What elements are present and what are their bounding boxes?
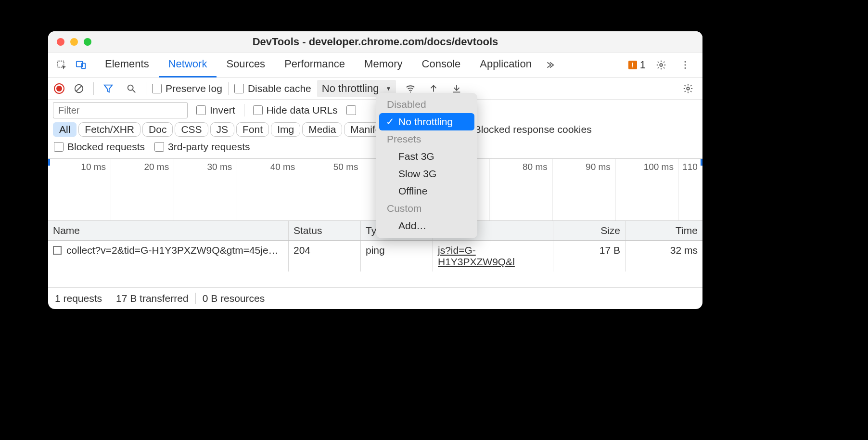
hidden-checkbox-partial[interactable] <box>346 105 356 115</box>
overview-timeline[interactable]: 10 ms 20 ms 30 ms 40 ms 50 ms 80 ms 90 m… <box>48 158 702 221</box>
third-party-checkbox[interactable]: 3rd-party requests <box>154 141 250 153</box>
timeline-tick: 100 ms <box>615 159 678 220</box>
disable-cache-label: Disable cache <box>248 83 311 94</box>
titlebar: DevTools - developer.chrome.com/docs/dev… <box>48 31 702 52</box>
divider <box>195 293 196 304</box>
th-time[interactable]: Time <box>625 221 702 240</box>
cell-time: 32 ms <box>625 241 702 272</box>
zoom-window-button[interactable] <box>84 38 91 46</box>
divider <box>93 82 94 95</box>
preserve-log-label: Preserve log <box>166 83 222 94</box>
cell-initiator: js?id=G-H1Y3PXZW9Q&l <box>433 241 553 272</box>
svg-point-9 <box>410 91 411 92</box>
hide-data-urls-checkbox[interactable]: Hide data URLs <box>253 104 338 116</box>
kebab-menu-icon[interactable] <box>677 56 694 74</box>
blocked-requests-label: Blocked requests <box>67 141 145 153</box>
type-pill-fetch-xhr[interactable]: Fetch/XHR <box>78 122 140 137</box>
dropdown-item-offline[interactable]: Offline <box>376 182 477 200</box>
svg-point-3 <box>660 64 663 66</box>
svg-point-8 <box>128 85 133 90</box>
tab-elements[interactable]: Elements <box>95 52 159 78</box>
tabbar-right: ! 1 <box>628 56 698 74</box>
issues-count: 1 <box>640 59 646 71</box>
issues-icon: ! <box>628 61 637 69</box>
tab-application[interactable]: Application <box>470 52 541 78</box>
panel-tabs: Elements Network Sources Performance Mem… <box>95 52 626 78</box>
invert-checkbox[interactable]: Invert <box>196 104 235 116</box>
close-window-button[interactable] <box>57 38 64 46</box>
status-requests: 1 requests <box>55 293 102 304</box>
filter-icon[interactable] <box>100 80 117 97</box>
devtools-window: DevTools - developer.chrome.com/docs/dev… <box>48 31 702 309</box>
cell-status: 204 <box>289 241 361 272</box>
record-button[interactable]: .rec-icon::after{border-radius:50%} <box>54 83 64 94</box>
preserve-log-checkbox[interactable]: Preserve log <box>152 83 222 94</box>
throttling-selected-label: No throttling <box>322 82 379 95</box>
filter-row-3: Blocked requests 3rd-party requests <box>48 140 702 158</box>
invert-label: Invert <box>210 104 235 116</box>
svg-point-5 <box>685 64 686 65</box>
dropdown-item-fast-3g[interactable]: Fast 3G <box>376 148 477 165</box>
network-settings-icon[interactable] <box>679 80 697 97</box>
disable-cache-checkbox[interactable]: Disable cache <box>234 83 311 94</box>
timeline-tick: 30 ms <box>174 159 237 220</box>
th-status[interactable]: Status <box>289 221 361 240</box>
status-resources: 0 B resources <box>203 293 265 304</box>
th-size[interactable]: Size <box>553 221 625 240</box>
statusbar: 1 requests 17 B transferred 0 B resource… <box>48 288 702 309</box>
divider <box>146 82 146 95</box>
table-row[interactable]: collect?v=2&tid=G-H1Y3PXZW9Q&gtm=45je… 2… <box>48 241 702 272</box>
blocked-response-cookies-label: Blocked response cookies <box>474 124 592 135</box>
cell-name-text: collect?v=2&tid=G-H1Y3PXZW9Q&gtm=45je… <box>66 245 279 256</box>
filter-type-row: All Fetch/XHR Doc CSS JS Font Img Media … <box>48 121 702 140</box>
divider <box>109 293 109 304</box>
tab-sources[interactable]: Sources <box>217 52 275 78</box>
tab-console[interactable]: Console <box>412 52 471 78</box>
timeline-tick: 10 ms <box>48 159 111 220</box>
dropdown-section-disabled: Disabled <box>376 96 477 113</box>
divider <box>244 104 244 116</box>
timeline-tick: 40 ms <box>237 159 300 220</box>
filter-row-1: Invert Hide data URLs <box>48 100 702 121</box>
dropdown-section-presets: Presets <box>376 130 477 148</box>
cell-type: ping <box>361 241 433 272</box>
settings-icon[interactable] <box>652 56 670 74</box>
device-toolbar-icon[interactable] <box>72 56 89 74</box>
th-name[interactable]: Name <box>48 221 289 240</box>
type-pill-doc[interactable]: Doc <box>142 122 173 137</box>
filter-input[interactable] <box>53 102 188 118</box>
clear-icon[interactable] <box>70 80 88 97</box>
search-icon[interactable] <box>123 80 140 97</box>
throttling-dropdown: Disabled No throttling Presets Fast 3G S… <box>376 93 477 238</box>
traffic-lights <box>57 38 91 46</box>
dropdown-item-slow-3g[interactable]: Slow 3G <box>376 165 477 182</box>
more-tabs-icon[interactable] <box>541 56 559 74</box>
type-pill-font[interactable]: Font <box>236 122 269 137</box>
tab-network[interactable]: Network <box>159 52 217 78</box>
type-pill-img[interactable]: Img <box>271 122 300 137</box>
requests-table-header: Name Status Ty Size Time <box>48 221 702 241</box>
tab-memory[interactable]: Memory <box>355 52 412 78</box>
tabbar: Elements Network Sources Performance Mem… <box>48 52 702 78</box>
third-party-label: 3rd-party requests <box>168 141 250 153</box>
timeline-tick: 80 ms <box>489 159 552 220</box>
minimize-window-button[interactable] <box>70 38 78 46</box>
type-pill-all[interactable]: All <box>53 122 77 137</box>
issues-button[interactable]: ! 1 <box>628 59 646 71</box>
dropdown-item-no-throttling[interactable]: No throttling <box>379 113 474 130</box>
dropdown-item-add[interactable]: Add… <box>376 217 477 234</box>
initiator-link[interactable]: js?id=G-H1Y3PXZW9Q&l <box>438 245 515 267</box>
dropdown-section-custom: Custom <box>376 200 477 217</box>
chevron-down-icon: ▼ <box>385 85 391 92</box>
blocked-requests-checkbox[interactable]: Blocked requests <box>54 141 145 153</box>
inspect-element-icon[interactable] <box>53 56 70 74</box>
type-pill-css[interactable]: CSS <box>175 122 208 137</box>
type-pill-js[interactable]: JS <box>210 122 235 137</box>
timeline-tick: 90 ms <box>552 159 615 220</box>
timeline-tick: 110 <box>678 159 702 220</box>
divider <box>228 82 229 95</box>
type-pill-media[interactable]: Media <box>302 122 342 137</box>
tab-performance[interactable]: Performance <box>275 52 355 78</box>
timeline-tick: 50 ms <box>300 159 363 220</box>
cell-size: 17 B <box>553 241 625 272</box>
